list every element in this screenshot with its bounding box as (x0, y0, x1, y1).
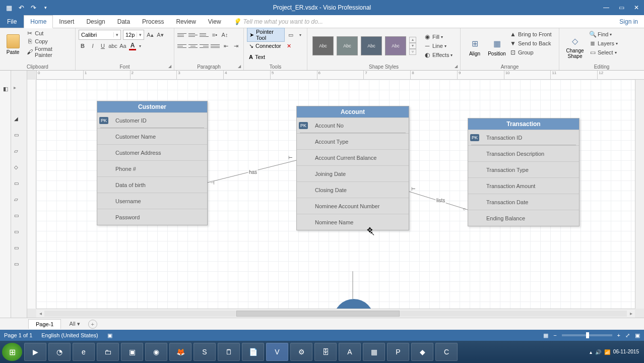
bring-to-front-button[interactable]: ▲Bring to Front (508, 30, 553, 38)
scroll-left-icon[interactable]: ◂ (36, 311, 44, 316)
align-middle-icon[interactable] (188, 31, 198, 39)
tab-review[interactable]: Review (170, 15, 202, 28)
undo-icon[interactable]: ↶ (17, 4, 25, 12)
align-center-icon[interactable] (188, 42, 198, 50)
tray-icon[interactable]: 📶 (604, 349, 610, 355)
taskbar-powerpoint-icon[interactable]: P (387, 343, 409, 361)
decrease-indent-icon[interactable]: ⇤ (222, 42, 230, 50)
tray-chevron-icon[interactable]: ▴ (590, 349, 592, 355)
tell-me-search[interactable]: 💡 Tell me what you want to do... (227, 15, 614, 28)
group-button[interactable]: ⊡Group (508, 48, 553, 56)
paste-button[interactable]: Paste (3, 29, 23, 59)
shape-tool-icon[interactable]: ◢ (14, 116, 24, 124)
strike-button[interactable]: abc (109, 42, 117, 50)
style-swatch-4[interactable]: Abc (385, 36, 406, 55)
line-button[interactable]: ─Line▾ (422, 42, 454, 50)
connector-label-has[interactable]: has (248, 169, 258, 175)
font-name-input[interactable] (79, 32, 113, 38)
shape-tool-icon[interactable]: ▭ (14, 213, 24, 221)
tab-data[interactable]: Data (111, 15, 136, 28)
taskbar-chrome-icon[interactable]: ◉ (145, 343, 167, 361)
sheet-all-selector[interactable]: All ▾ (65, 319, 84, 329)
style-swatch-3[interactable]: Abc (361, 36, 382, 55)
shape-tool-icon[interactable]: ▭ (14, 245, 24, 253)
zoom-slider[interactable] (562, 334, 612, 336)
text-tool-button[interactable]: AText (247, 53, 267, 60)
taskbar-ie-icon[interactable]: e (73, 343, 95, 361)
style-swatch-2[interactable]: Abc (337, 36, 358, 55)
align-top-icon[interactable] (177, 31, 186, 39)
scroll-right-icon[interactable]: ▸ (627, 311, 635, 316)
entity-customer[interactable]: Customer PKCustomer ID Customer Name Cus… (97, 101, 208, 225)
paragraph-dialog-launcher[interactable]: ◢ (237, 64, 242, 69)
stencil-pin-icon[interactable]: ◧ (2, 85, 10, 93)
entity-account[interactable]: Account PKAccount No Account Type Accoun… (296, 106, 409, 230)
font-size-combo[interactable]: ▾ (123, 30, 144, 40)
scroll-thumb[interactable] (236, 311, 400, 317)
font-size-input[interactable] (123, 32, 137, 38)
chevron-down-icon[interactable]: ▾ (113, 32, 120, 37)
select-button[interactable]: ▭Select▾ (588, 48, 619, 56)
bold-button[interactable]: B (79, 42, 87, 50)
send-to-back-button[interactable]: ▼Send to Back (508, 39, 553, 47)
full-screen-icon[interactable]: ▣ (635, 332, 640, 339)
underline-button[interactable]: U (99, 42, 107, 50)
redo-icon[interactable]: ↷ (29, 4, 37, 12)
rectangle-tool-icon[interactable]: ▭ (287, 31, 294, 39)
chevron-down-icon[interactable]: ▾ (137, 32, 144, 37)
taskbar-app-icon[interactable]: C (435, 343, 458, 361)
align-left-icon[interactable] (177, 42, 186, 50)
tab-file[interactable]: File (0, 15, 24, 28)
shape-tool-icon[interactable]: ▭ (14, 132, 24, 140)
signin-link[interactable]: Sign in (613, 15, 644, 28)
add-page-button[interactable]: + (88, 320, 97, 329)
drawing-canvas[interactable]: ⊢ ⊣ ⊢ ○ has lists Customer PKCustomer ID… (36, 80, 635, 309)
style-gallery-scroll[interactable]: ▴▾▿ (409, 37, 416, 55)
shapes-expand-handle[interactable]: ▸ (11, 85, 18, 92)
shape-tool-icon[interactable]: ◇ (14, 164, 24, 172)
italic-button[interactable]: I (89, 42, 97, 50)
font-color-button[interactable]: A ▾ (129, 42, 144, 50)
fit-page-icon[interactable]: ⤢ (625, 332, 630, 339)
find-button[interactable]: 🔍Find▾ (588, 30, 619, 38)
connector-tool-button[interactable]: ↘Connector (247, 42, 283, 50)
shape-tool-icon[interactable]: ▭ (14, 229, 24, 237)
close-x-icon[interactable]: ✕ (285, 42, 293, 50)
shrink-font-icon[interactable]: A▾ (156, 31, 164, 39)
taskbar-visio-icon[interactable]: V (266, 343, 288, 361)
chevron-down-icon[interactable]: ▾ (296, 31, 304, 39)
connector-label-lists[interactable]: lists (435, 198, 446, 203)
position-button[interactable]: ▦Position (486, 29, 508, 63)
style-swatch-1[interactable]: Abc (312, 36, 334, 55)
shape-tool-icon[interactable]: ▭ (14, 180, 24, 189)
start-button[interactable]: ⊞ (2, 343, 22, 361)
align-bottom-icon[interactable] (200, 31, 209, 39)
align-button[interactable]: ⊞Align (464, 29, 486, 63)
taskbar-app-icon[interactable]: ▶ (24, 343, 46, 361)
taskbar-app-icon[interactable]: ◔ (48, 343, 71, 361)
justify-icon[interactable] (211, 42, 220, 50)
cut-button[interactable]: ✂Cut (25, 29, 72, 37)
tab-home[interactable]: Home (24, 15, 53, 28)
taskbar-skype-icon[interactable]: S (194, 343, 216, 361)
close-button[interactable]: ✕ (629, 0, 644, 15)
tab-insert[interactable]: Insert (53, 15, 80, 28)
change-shape-button[interactable]: ◇Change Shape (562, 29, 588, 63)
minimize-button[interactable]: — (599, 0, 614, 15)
taskbar-app-icon[interactable]: ▣ (121, 343, 143, 361)
font-dialog-launcher[interactable]: ◢ (167, 64, 172, 69)
shape-tool-icon[interactable]: ▱ (14, 197, 24, 205)
zoom-out-button[interactable]: − (553, 332, 556, 338)
copy-button[interactable]: ⎘Copy (25, 37, 72, 45)
fill-button[interactable]: ◉Fill▾ (422, 33, 454, 41)
text-direction-icon[interactable]: A↕ (221, 31, 229, 39)
taskbar-app-icon[interactable]: ⚙ (290, 343, 312, 361)
effects-button[interactable]: ◐Effects▾ (422, 51, 454, 59)
taskbar-app-icon[interactable]: ◆ (411, 343, 433, 361)
taskbar-app-icon[interactable]: 🗄 (314, 343, 337, 361)
qat-customize-icon[interactable]: ▾ (41, 4, 49, 12)
shape-tool-icon[interactable]: ▱ (14, 148, 24, 156)
tab-process[interactable]: Process (136, 15, 170, 28)
taskbar-explorer-icon[interactable]: 🗀 (97, 343, 119, 361)
bullets-icon[interactable]: ≡• (211, 31, 219, 39)
